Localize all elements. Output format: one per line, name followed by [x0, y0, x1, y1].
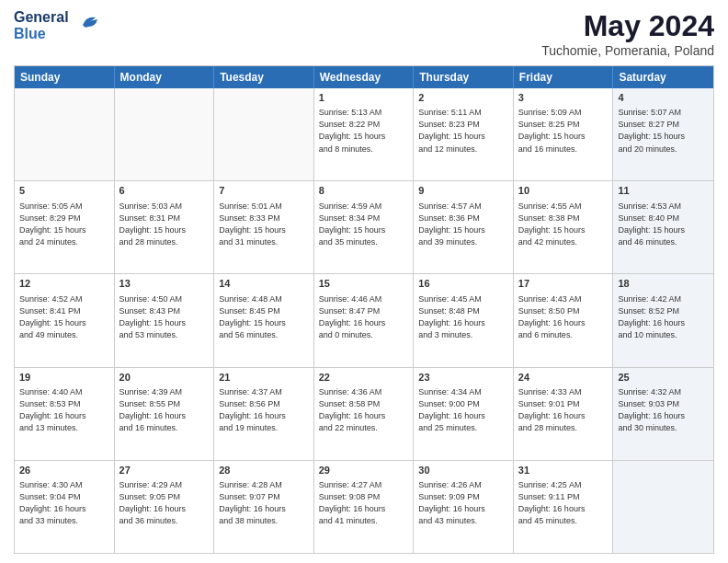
- logo-blue: Blue: [14, 26, 46, 42]
- day-info: Sunrise: 4:30 AM Sunset: 9:04 PM Dayligh…: [19, 479, 109, 527]
- day-info: Sunrise: 4:46 AM Sunset: 8:47 PM Dayligh…: [319, 293, 409, 341]
- day-cell-19: 19Sunrise: 4:40 AM Sunset: 8:53 PM Dayli…: [15, 368, 115, 460]
- day-number: 21: [219, 371, 309, 385]
- day-info: Sunrise: 4:39 AM Sunset: 8:55 PM Dayligh…: [119, 386, 210, 434]
- day-info: Sunrise: 5:01 AM Sunset: 8:33 PM Dayligh…: [219, 201, 309, 248]
- day-info: Sunrise: 4:53 AM Sunset: 8:40 PM Dayligh…: [618, 201, 709, 248]
- day-info: Sunrise: 4:57 AM Sunset: 8:36 PM Dayligh…: [418, 201, 508, 248]
- day-cell-25: 25Sunrise: 4:32 AM Sunset: 9:03 PM Dayli…: [613, 368, 713, 460]
- day-number: 4: [618, 91, 709, 105]
- day-info: Sunrise: 4:29 AM Sunset: 9:05 PM Dayligh…: [119, 479, 210, 527]
- main-title: May 2024: [541, 9, 714, 43]
- day-number: 29: [319, 464, 409, 477]
- calendar-row-0: 1Sunrise: 5:13 AM Sunset: 8:22 PM Daylig…: [15, 88, 713, 180]
- day-info: Sunrise: 4:28 AM Sunset: 9:07 PM Dayligh…: [219, 479, 309, 527]
- calendar-row-4: 26Sunrise: 4:30 AM Sunset: 9:04 PM Dayli…: [15, 460, 713, 553]
- calendar-row-1: 5Sunrise: 5:05 AM Sunset: 8:29 PM Daylig…: [15, 180, 713, 273]
- weekday-header-thursday: Thursday: [414, 66, 514, 88]
- empty-cell-0-2: [214, 88, 314, 180]
- calendar-header: SundayMondayTuesdayWednesdayThursdayFrid…: [15, 66, 713, 88]
- day-number: 26: [19, 464, 109, 477]
- day-number: 8: [319, 184, 409, 198]
- day-info: Sunrise: 4:37 AM Sunset: 8:56 PM Dayligh…: [219, 386, 309, 434]
- day-info: Sunrise: 5:07 AM Sunset: 8:27 PM Dayligh…: [618, 107, 709, 155]
- day-info: Sunrise: 4:27 AM Sunset: 9:08 PM Dayligh…: [319, 479, 409, 527]
- day-number: 3: [518, 91, 609, 105]
- day-info: Sunrise: 4:59 AM Sunset: 8:34 PM Dayligh…: [319, 201, 409, 248]
- day-info: Sunrise: 4:32 AM Sunset: 9:03 PM Dayligh…: [618, 386, 709, 434]
- day-number: 17: [518, 277, 609, 291]
- weekday-header-sunday: Sunday: [15, 66, 115, 88]
- calendar: SundayMondayTuesdayWednesdayThursdayFrid…: [14, 65, 714, 554]
- day-cell-13: 13Sunrise: 4:50 AM Sunset: 8:43 PM Dayli…: [115, 274, 215, 366]
- page: General Blue May 2024 Tuchomie, Pomerani…: [0, 0, 728, 563]
- day-info: Sunrise: 4:48 AM Sunset: 8:45 PM Dayligh…: [219, 293, 309, 341]
- day-info: Sunrise: 4:33 AM Sunset: 9:01 PM Dayligh…: [518, 386, 609, 434]
- day-cell-5: 5Sunrise: 5:05 AM Sunset: 8:29 PM Daylig…: [15, 181, 115, 273]
- day-number: 23: [418, 371, 508, 385]
- day-number: 13: [119, 277, 210, 291]
- day-number: 9: [418, 184, 508, 198]
- day-number: 7: [219, 184, 309, 198]
- day-number: 28: [219, 464, 309, 477]
- day-cell-20: 20Sunrise: 4:39 AM Sunset: 8:55 PM Dayli…: [115, 368, 215, 460]
- day-cell-30: 30Sunrise: 4:26 AM Sunset: 9:09 PM Dayli…: [414, 461, 514, 553]
- weekday-header-tuesday: Tuesday: [214, 66, 314, 88]
- day-number: 11: [618, 184, 709, 198]
- empty-cell-0-0: [15, 88, 115, 180]
- day-number: 30: [418, 464, 508, 477]
- day-number: 24: [518, 371, 609, 385]
- day-info: Sunrise: 5:13 AM Sunset: 8:22 PM Dayligh…: [319, 107, 409, 155]
- logo: General Blue: [14, 9, 103, 41]
- day-number: 12: [19, 277, 109, 291]
- day-info: Sunrise: 4:52 AM Sunset: 8:41 PM Dayligh…: [19, 293, 109, 341]
- weekday-header-wednesday: Wednesday: [314, 66, 415, 88]
- day-number: 20: [119, 371, 210, 385]
- day-cell-14: 14Sunrise: 4:48 AM Sunset: 8:45 PM Dayli…: [214, 274, 314, 366]
- day-cell-3: 3Sunrise: 5:09 AM Sunset: 8:25 PM Daylig…: [514, 88, 614, 180]
- logo-general: General: [14, 9, 69, 26]
- day-cell-24: 24Sunrise: 4:33 AM Sunset: 9:01 PM Dayli…: [514, 368, 614, 460]
- day-info: Sunrise: 4:26 AM Sunset: 9:09 PM Dayligh…: [418, 479, 508, 527]
- day-number: 1: [319, 91, 409, 105]
- day-info: Sunrise: 4:25 AM Sunset: 9:11 PM Dayligh…: [518, 479, 609, 527]
- calendar-body: 1Sunrise: 5:13 AM Sunset: 8:22 PM Daylig…: [15, 88, 713, 553]
- day-number: 15: [319, 277, 409, 291]
- day-cell-11: 11Sunrise: 4:53 AM Sunset: 8:40 PM Dayli…: [613, 181, 713, 273]
- empty-cell-4-6: [613, 461, 713, 553]
- weekday-header-friday: Friday: [514, 66, 614, 88]
- day-cell-18: 18Sunrise: 4:42 AM Sunset: 8:52 PM Dayli…: [613, 274, 713, 366]
- day-number: 6: [119, 184, 210, 198]
- day-number: 25: [618, 371, 709, 385]
- day-info: Sunrise: 5:03 AM Sunset: 8:31 PM Dayligh…: [119, 201, 210, 248]
- day-cell-28: 28Sunrise: 4:28 AM Sunset: 9:07 PM Dayli…: [214, 461, 314, 553]
- day-cell-16: 16Sunrise: 4:45 AM Sunset: 8:48 PM Dayli…: [414, 274, 514, 366]
- day-cell-31: 31Sunrise: 4:25 AM Sunset: 9:11 PM Dayli…: [514, 461, 614, 553]
- day-number: 18: [618, 277, 709, 291]
- day-cell-12: 12Sunrise: 4:52 AM Sunset: 8:41 PM Dayli…: [15, 274, 115, 366]
- day-cell-15: 15Sunrise: 4:46 AM Sunset: 8:47 PM Dayli…: [314, 274, 415, 366]
- day-cell-21: 21Sunrise: 4:37 AM Sunset: 8:56 PM Dayli…: [214, 368, 314, 460]
- day-info: Sunrise: 5:09 AM Sunset: 8:25 PM Dayligh…: [518, 107, 609, 155]
- day-info: Sunrise: 4:34 AM Sunset: 9:00 PM Dayligh…: [418, 386, 508, 434]
- logo-bird-icon: [75, 8, 103, 40]
- subtitle: Tuchomie, Pomerania, Poland: [541, 43, 714, 58]
- day-cell-22: 22Sunrise: 4:36 AM Sunset: 8:58 PM Dayli…: [314, 368, 415, 460]
- header: General Blue May 2024 Tuchomie, Pomerani…: [14, 9, 714, 58]
- calendar-row-2: 12Sunrise: 4:52 AM Sunset: 8:41 PM Dayli…: [15, 273, 713, 366]
- day-number: 14: [219, 277, 309, 291]
- day-cell-23: 23Sunrise: 4:34 AM Sunset: 9:00 PM Dayli…: [414, 368, 514, 460]
- day-info: Sunrise: 5:11 AM Sunset: 8:23 PM Dayligh…: [418, 107, 508, 155]
- day-number: 27: [119, 464, 210, 477]
- day-cell-6: 6Sunrise: 5:03 AM Sunset: 8:31 PM Daylig…: [115, 181, 215, 273]
- day-cell-2: 2Sunrise: 5:11 AM Sunset: 8:23 PM Daylig…: [414, 88, 514, 180]
- day-cell-9: 9Sunrise: 4:57 AM Sunset: 8:36 PM Daylig…: [414, 181, 514, 273]
- empty-cell-0-1: [115, 88, 215, 180]
- day-number: 2: [418, 91, 508, 105]
- day-cell-29: 29Sunrise: 4:27 AM Sunset: 9:08 PM Dayli…: [314, 461, 415, 553]
- day-number: 5: [19, 184, 109, 198]
- weekday-header-saturday: Saturday: [613, 66, 713, 88]
- day-cell-8: 8Sunrise: 4:59 AM Sunset: 8:34 PM Daylig…: [314, 181, 415, 273]
- day-cell-17: 17Sunrise: 4:43 AM Sunset: 8:50 PM Dayli…: [514, 274, 614, 366]
- day-cell-27: 27Sunrise: 4:29 AM Sunset: 9:05 PM Dayli…: [115, 461, 215, 553]
